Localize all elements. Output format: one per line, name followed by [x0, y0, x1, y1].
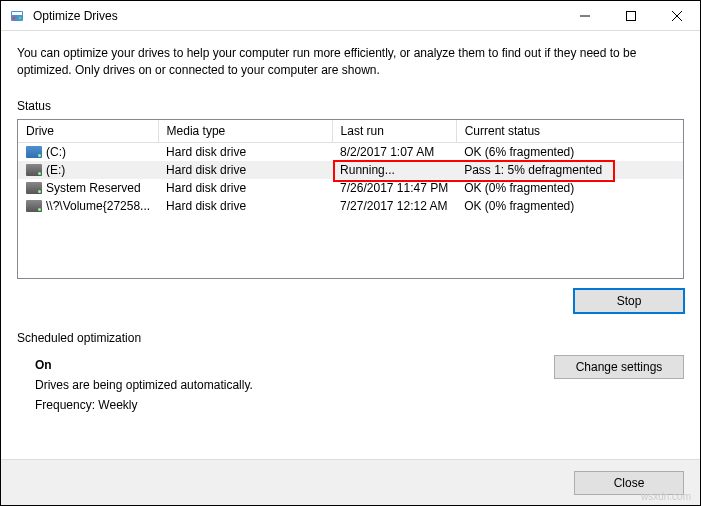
svg-point-3	[19, 16, 22, 19]
status-cell: OK (6% fragmented)	[456, 142, 683, 161]
column-header-lastrun[interactable]: Last run	[332, 120, 456, 143]
drive-list[interactable]: Drive Media type Last run Current status…	[17, 119, 684, 279]
scheduled-info: On Drives are being optimized automatica…	[35, 355, 253, 416]
table-container: Drive Media type Last run Current status…	[17, 119, 684, 279]
drive-cell: (C:)	[18, 142, 158, 161]
column-header-status[interactable]: Current status	[456, 120, 683, 143]
drive-cell: System Reserved	[18, 179, 158, 197]
scheduled-section: Scheduled optimization On Drives are bei…	[17, 331, 684, 416]
svg-point-2	[13, 16, 16, 19]
status-cell: Pass 1: 5% defragmented	[456, 161, 683, 179]
titlebar: Optimize Drives	[1, 1, 700, 31]
media-cell: Hard disk drive	[158, 161, 332, 179]
stop-button[interactable]: Stop	[574, 289, 684, 313]
status-cell: OK (0% fragmented)	[456, 197, 683, 215]
scheduled-on: On	[35, 355, 253, 375]
scheduled-desc: Drives are being optimized automatically…	[35, 375, 253, 395]
lastrun-cell: 8/2/2017 1:07 AM	[332, 142, 456, 161]
watermark: wsxdn.com	[641, 491, 691, 502]
maximize-button[interactable]	[608, 1, 654, 31]
close-window-button[interactable]	[654, 1, 700, 31]
drive-icon	[26, 200, 42, 212]
status-cell: OK (0% fragmented)	[456, 179, 683, 197]
window-controls	[562, 1, 700, 31]
app-icon	[9, 8, 25, 24]
window-title: Optimize Drives	[33, 9, 562, 23]
drive-name: (C:)	[46, 145, 66, 159]
drive-icon	[26, 182, 42, 194]
scheduled-label: Scheduled optimization	[17, 331, 684, 345]
table-row[interactable]: (C:)Hard disk drive8/2/2017 1:07 AMOK (6…	[18, 142, 683, 161]
lastrun-cell: Running...	[332, 161, 456, 179]
column-header-media[interactable]: Media type	[158, 120, 332, 143]
column-header-drive[interactable]: Drive	[18, 120, 158, 143]
table-row[interactable]: (E:)Hard disk driveRunning...Pass 1: 5% …	[18, 161, 683, 179]
minimize-button[interactable]	[562, 1, 608, 31]
drive-cell: \\?\Volume{27258...	[18, 197, 158, 215]
drive-icon	[26, 146, 42, 158]
drive-cell: (E:)	[18, 161, 158, 179]
drive-icon	[26, 164, 42, 176]
table-row[interactable]: \\?\Volume{27258...Hard disk drive7/27/2…	[18, 197, 683, 215]
svg-rect-5	[627, 11, 636, 20]
drive-name: System Reserved	[46, 181, 141, 195]
drive-name: (E:)	[46, 163, 65, 177]
scheduled-freq: Frequency: Weekly	[35, 395, 253, 415]
table-row[interactable]: System ReservedHard disk drive7/26/2017 …	[18, 179, 683, 197]
change-settings-button[interactable]: Change settings	[554, 355, 684, 379]
svg-rect-1	[12, 12, 22, 15]
drive-table: Drive Media type Last run Current status…	[18, 120, 683, 215]
action-buttons: Stop	[17, 289, 684, 313]
status-label: Status	[17, 99, 684, 113]
media-cell: Hard disk drive	[158, 179, 332, 197]
lastrun-cell: 7/26/2017 11:47 PM	[332, 179, 456, 197]
media-cell: Hard disk drive	[158, 142, 332, 161]
footer: Close	[1, 459, 700, 505]
drive-name: \\?\Volume{27258...	[46, 199, 150, 213]
description-text: You can optimize your drives to help you…	[17, 45, 684, 79]
content-area: You can optimize your drives to help you…	[1, 31, 700, 416]
media-cell: Hard disk drive	[158, 197, 332, 215]
lastrun-cell: 7/27/2017 12:12 AM	[332, 197, 456, 215]
